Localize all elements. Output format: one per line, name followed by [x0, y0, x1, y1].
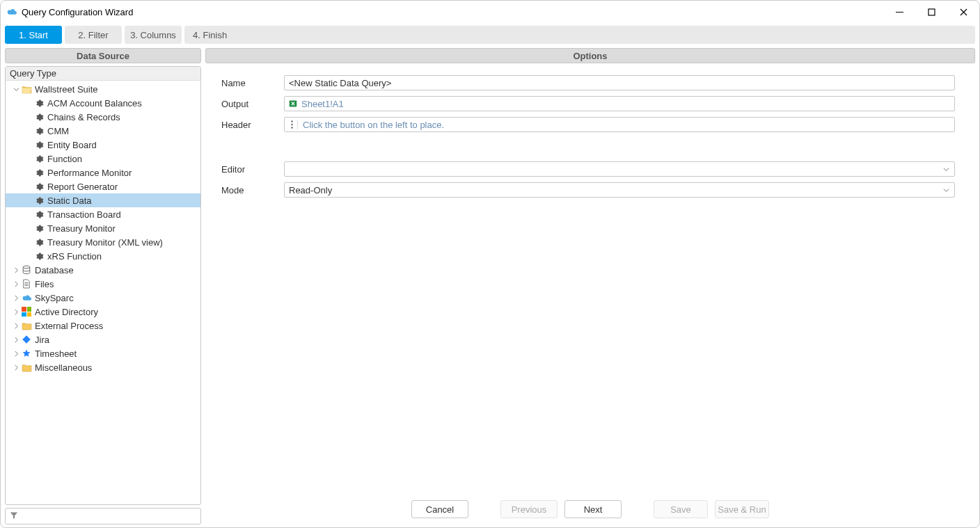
window-title: Query Configuration Wizard [22, 7, 133, 17]
chevron-down-icon[interactable] [11, 84, 21, 94]
svg-point-5 [291, 127, 292, 128]
tree-node-entity-board[interactable]: Entity Board [6, 138, 200, 152]
windows-icon [21, 306, 32, 317]
chevron-right-icon[interactable] [11, 335, 21, 344]
tree-node-label: External Process [35, 321, 103, 331]
tree-node-label: SkySparc [35, 293, 74, 303]
tree-node-label: Jira [35, 335, 49, 345]
filter-icon [10, 511, 18, 522]
tab-columns-label: 3. Columns [130, 30, 176, 40]
tree-node-database[interactable]: Database [6, 263, 200, 277]
place-header-button[interactable] [287, 120, 298, 129]
next-button[interactable]: Next [564, 500, 622, 518]
tree-node-chains-records[interactable]: Chains & Records [6, 110, 200, 124]
tree-node-report-generator[interactable]: Report Generator [6, 179, 200, 193]
mode-label: Mode [221, 185, 284, 195]
tree-node-acm-account-balances[interactable]: ACM Account Balances [6, 96, 200, 110]
tree-node-performance-monitor[interactable]: Performance Monitor [6, 166, 200, 179]
document-icon [21, 278, 32, 289]
header-input[interactable]: Click the button on the left to place. [284, 117, 955, 132]
svg-rect-0 [928, 9, 935, 15]
maximize-button[interactable] [915, 1, 947, 23]
database-icon [21, 264, 32, 275]
tree-node-label: Chains & Records [47, 112, 120, 122]
gear-icon [33, 209, 45, 220]
tree-node-treasury-monitor[interactable]: Treasury Monitor [6, 221, 200, 235]
cancel-button-label: Cancel [426, 504, 454, 515]
tree-node-static-data[interactable]: Static Data [6, 193, 200, 207]
save-run-button[interactable]: Save & Run [715, 500, 769, 518]
gear-icon [33, 125, 45, 136]
tree-node-label: Treasury Monitor (XML view) [47, 237, 163, 248]
tree-node-active-directory[interactable]: Active Directory [6, 305, 200, 319]
previous-button-label: Previous [512, 504, 547, 515]
tree-body[interactable]: Wallstreet Suite ACM Account Balances Ch… [6, 81, 200, 504]
tree-node-jira[interactable]: Jira [6, 333, 200, 346]
save-button-label: Save [670, 504, 691, 515]
mode-dropdown[interactable]: Read-Only [284, 182, 955, 198]
name-input[interactable]: <New Static Data Query> [284, 75, 955, 90]
tab-filter[interactable]: 2. Filter [65, 26, 122, 44]
tree-node-transaction-board[interactable]: Transaction Board [6, 207, 200, 221]
options-header-label: Options [573, 51, 607, 61]
chevron-right-icon[interactable] [11, 362, 21, 372]
mode-value: Read-Only [289, 185, 332, 195]
tree-node-label: Files [35, 279, 54, 289]
previous-button[interactable]: Previous [500, 500, 558, 518]
tree-node-timesheet[interactable]: Timesheet [6, 346, 200, 360]
wizard-step-tabs: 1. Start 2. Filter 3. Columns 4. Finish [1, 23, 979, 45]
data-source-header: Data Source [5, 48, 201, 63]
excel-icon [289, 99, 297, 108]
save-run-button-label: Save & Run [718, 504, 766, 515]
tree-group-query-type: Query Type [6, 67, 200, 81]
svg-point-1 [23, 266, 30, 269]
minimize-button[interactable] [883, 1, 915, 23]
tree-node-treasury-monitor-xml[interactable]: Treasury Monitor (XML view) [6, 235, 200, 249]
tree-node-xrs-function[interactable]: xRS Function [6, 249, 200, 263]
tree-node-label: CMM [47, 126, 69, 136]
wizard-footer: Cancel Previous Next Save Save & Run [205, 497, 975, 525]
wizard-body: Data Source Query Type Wallstreet Suite … [1, 45, 979, 527]
tree-node-external-process[interactable]: External Process [6, 319, 200, 333]
chevron-right-icon[interactable] [11, 321, 21, 330]
tree-node-wallstreet-suite[interactable]: Wallstreet Suite [6, 82, 200, 96]
cancel-button[interactable]: Cancel [411, 500, 468, 518]
close-button[interactable] [947, 1, 979, 23]
options-body: Name <New Static Data Query> Output Shee… [205, 63, 975, 497]
tree-filter-input[interactable] [5, 508, 201, 525]
tab-finish[interactable]: 4. Finish [184, 26, 975, 44]
tree-node-label: Database [35, 265, 74, 275]
output-input-value: Sheet1!A1 [301, 99, 344, 109]
tree-node-label: Active Directory [35, 307, 98, 317]
output-input[interactable]: Sheet1!A1 [284, 96, 955, 111]
chevron-right-icon[interactable] [11, 293, 21, 303]
tree-node-cmm[interactable]: CMM [6, 124, 200, 138]
editor-label: Editor [221, 164, 284, 175]
data-source-header-label: Data Source [77, 51, 129, 61]
chevron-right-icon[interactable] [11, 307, 21, 317]
tree-node-label: Transaction Board [47, 209, 121, 220]
chevron-right-icon[interactable] [11, 349, 21, 358]
tree-node-label: ACM Account Balances [47, 98, 142, 109]
editor-dropdown[interactable] [284, 161, 955, 177]
header-placeholder: Click the button on the left to place. [303, 120, 444, 130]
tree-node-skysparc[interactable]: SkySparc [6, 291, 200, 305]
tree-node-files[interactable]: Files [6, 277, 200, 291]
tab-start[interactable]: 1. Start [5, 26, 62, 44]
cloud-icon [21, 292, 32, 303]
svg-point-3 [291, 120, 292, 122]
tree-node-miscellaneous[interactable]: Miscellaneous [6, 360, 200, 374]
tab-columns[interactable]: 3. Columns [125, 26, 182, 44]
folder-icon [21, 362, 32, 373]
folder-icon [21, 320, 32, 331]
chevron-right-icon[interactable] [11, 265, 21, 275]
save-button[interactable]: Save [654, 500, 708, 518]
tab-filter-label: 2. Filter [78, 30, 108, 40]
gear-icon [33, 250, 45, 262]
output-label: Output [221, 99, 284, 109]
tree-node-label: Report Generator [47, 182, 118, 192]
tree-node-function[interactable]: Function [6, 152, 200, 166]
data-source-tree: Query Type Wallstreet Suite ACM Account … [5, 66, 201, 505]
chevron-right-icon[interactable] [11, 279, 21, 289]
svg-point-4 [291, 124, 292, 125]
